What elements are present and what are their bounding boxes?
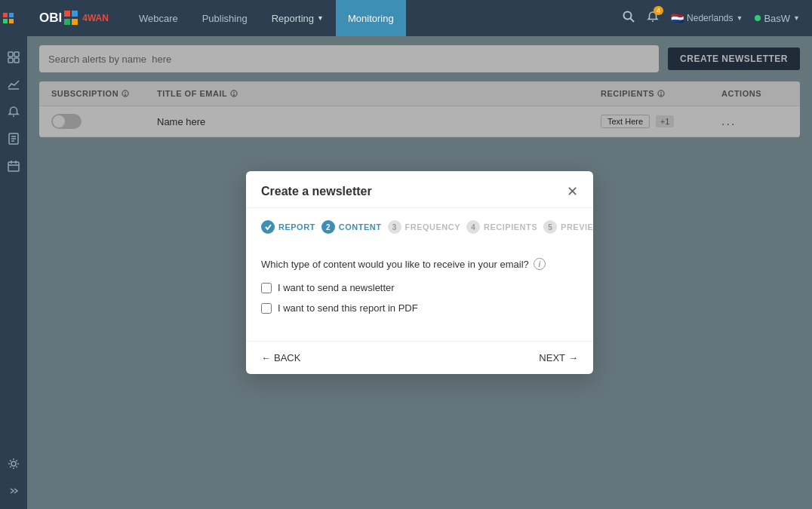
svg-rect-1 (9, 13, 14, 17)
step-5-circle: 5 (543, 220, 557, 234)
next-button[interactable]: NEXT → (539, 352, 578, 363)
svg-rect-6 (8, 58, 13, 63)
online-status-dot (755, 15, 761, 21)
logo-suffix: 4WAN (82, 13, 109, 23)
checkbox-pdf-row: I want to send this report in PDF (261, 302, 578, 314)
app-logo: OBI 4WAN (39, 11, 109, 26)
modal-close-button[interactable]: ✕ (567, 185, 578, 198)
svg-rect-7 (14, 58, 19, 63)
step-frequency: 3 FREQUENCY (388, 220, 461, 234)
modal-header: Create a newsletter ✕ (246, 171, 593, 208)
svg-line-24 (631, 19, 635, 23)
next-arrow-icon: → (568, 352, 578, 363)
svg-point-23 (624, 12, 632, 20)
nav-item-reporting[interactable]: Reporting ▼ (260, 0, 336, 36)
step-recipients: 4 RECIPIENTS (466, 220, 537, 234)
back-button[interactable]: ← BACK (261, 352, 300, 363)
step-report: REPORT (261, 220, 315, 234)
sidebar-item-alerts[interactable] (2, 100, 26, 124)
modal-overlay: Create a newsletter ✕ REPORT 2 (27, 36, 812, 509)
step-1-circle (261, 220, 275, 234)
nav-item-publishing[interactable]: Publishing (190, 0, 260, 36)
user-indicator: BasW ▼ (755, 13, 800, 24)
notifications-button[interactable]: 4 (647, 11, 659, 26)
step-3-label: FREQUENCY (405, 222, 461, 232)
nav-item-monitoring-label: Monitoring (348, 13, 394, 24)
nav-item-webcare-label: Webcare (139, 13, 178, 24)
language-selector[interactable]: 🇳🇱 Nederlands ▼ (671, 12, 743, 24)
sidebar-item-calendar[interactable] (2, 154, 26, 178)
svg-rect-0 (3, 13, 8, 17)
svg-rect-21 (64, 19, 70, 25)
sidebar-item-reports[interactable] (2, 127, 26, 151)
nav-items: Webcare Publishing Reporting ▼ Monitorin… (127, 0, 623, 36)
svg-rect-5 (14, 52, 19, 57)
next-label: NEXT (539, 352, 565, 363)
svg-point-18 (11, 461, 16, 466)
sidebar-item-chart[interactable] (2, 72, 26, 97)
sidebar-item-settings[interactable] (2, 452, 26, 476)
modal-stepper: REPORT 2 CONTENT 3 FREQUENCY (246, 208, 593, 243)
back-arrow-icon: ← (261, 352, 271, 363)
logo-colored-squares (64, 11, 79, 26)
step-2-label: CONTENT (339, 222, 382, 232)
question-text: Which type of content would you like to … (261, 259, 529, 270)
step-4-circle: 4 (466, 220, 480, 234)
sidebar-bottom (2, 452, 26, 503)
checkbox-pdf-label: I want to send this report in PDF (278, 302, 418, 314)
checkbox-newsletter-row: I want to send a newsletter (261, 282, 578, 293)
search-button[interactable] (623, 11, 635, 26)
main-content: OBI 4WAN Webcare Publishing Reporting ▼ (27, 0, 812, 509)
sidebar-item-dashboard[interactable] (2, 45, 26, 69)
svg-rect-19 (64, 11, 70, 17)
step-2-circle: 2 (321, 220, 335, 234)
svg-rect-2 (3, 19, 8, 23)
flag-icon: 🇳🇱 (671, 12, 684, 24)
back-label: BACK (274, 352, 300, 363)
user-dropdown-icon: ▼ (793, 14, 800, 22)
create-newsletter-modal: Create a newsletter ✕ REPORT 2 (246, 171, 593, 374)
lang-dropdown-icon: ▼ (736, 14, 743, 22)
svg-rect-20 (72, 11, 78, 17)
svg-rect-14 (8, 162, 19, 171)
notification-badge: 4 (654, 6, 663, 15)
sidebar-item-expand[interactable] (2, 479, 26, 503)
step-4-label: RECIPIENTS (484, 222, 537, 232)
modal-footer: ← BACK NEXT → (246, 341, 593, 374)
nav-item-monitoring[interactable]: Monitoring (336, 0, 406, 36)
svg-rect-4 (8, 52, 13, 57)
topnav: OBI 4WAN Webcare Publishing Reporting ▼ (27, 0, 812, 36)
nav-item-publishing-label: Publishing (202, 13, 248, 24)
svg-rect-22 (72, 19, 78, 25)
user-name[interactable]: BasW (764, 13, 790, 24)
language-label: Nederlands (687, 13, 733, 23)
modal-title: Create a newsletter (261, 185, 372, 198)
step-1-label: REPORT (278, 222, 315, 232)
logo-text: OBI (39, 11, 62, 26)
nav-item-webcare[interactable]: Webcare (127, 0, 190, 36)
step-preview: 5 PREVIEW (543, 220, 593, 234)
step-content: 2 CONTENT (321, 220, 382, 234)
step-5-label: PREVIEW (561, 222, 593, 232)
svg-rect-3 (9, 19, 14, 23)
nav-right: 4 🇳🇱 Nederlands ▼ BasW ▼ (623, 11, 800, 26)
checkbox-pdf[interactable] (261, 303, 272, 314)
page-area: CREATE NEWSLETTER SUBSCRIPTION TITLE OF … (27, 36, 812, 509)
sidebar (0, 0, 27, 509)
reporting-dropdown-icon: ▼ (317, 14, 324, 22)
step-3-circle: 3 (388, 220, 401, 234)
modal-body: Which type of content would you like to … (246, 243, 593, 341)
sidebar-logo (0, 6, 27, 36)
nav-item-reporting-label: Reporting (272, 13, 314, 24)
checkbox-newsletter-label: I want to send a newsletter (278, 282, 395, 293)
modal-question: Which type of content would you like to … (261, 258, 578, 270)
checkbox-newsletter[interactable] (261, 283, 272, 293)
info-icon: i (534, 258, 546, 270)
